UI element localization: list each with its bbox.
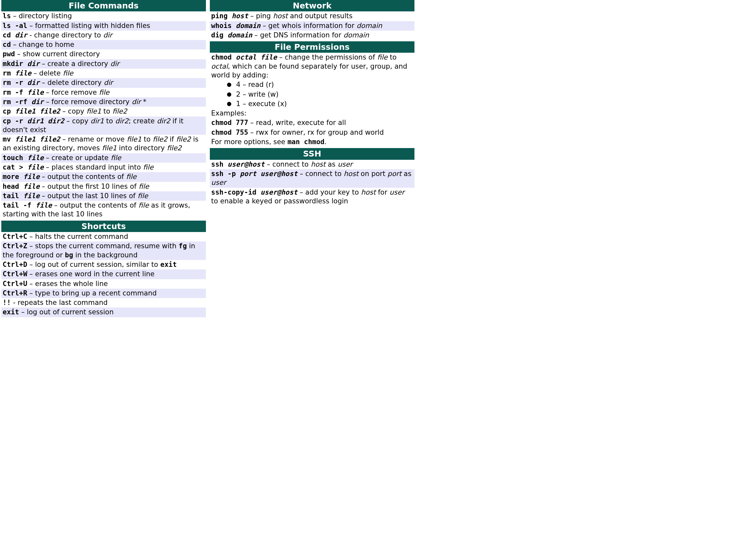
command-row: Ctrl+W – erases one word in the current … xyxy=(1,269,206,279)
section-body: Ctrl+C – halts the current commandCtrl+Z… xyxy=(1,232,206,317)
description-text: , which can be found separately for user… xyxy=(211,63,407,79)
description-text: dir xyxy=(103,31,112,39)
command-text: dig xyxy=(211,31,228,39)
description-text: as xyxy=(326,160,338,168)
command-text: rm -rf xyxy=(3,98,32,106)
left-column: File Commands ls – directory listingls -… xyxy=(1,0,206,319)
description-text: file1 xyxy=(86,107,101,115)
description-text: - change directory to xyxy=(27,31,103,39)
command-row: cd – change to home xyxy=(1,40,206,49)
description-text: user xyxy=(389,188,404,196)
description-text: if xyxy=(168,135,176,143)
command-row: cd dir - change directory to dir xyxy=(1,31,206,40)
command-row: rm -rf dir – force remove directory dir … xyxy=(1,97,206,107)
section-ssh: SSH ssh user@host – connect to host as u… xyxy=(210,148,414,206)
description-text: – log out of current session, similar to xyxy=(27,261,160,268)
permissions-intro: chmod octal file – change the permission… xyxy=(210,53,414,80)
description-text: to xyxy=(387,53,397,61)
command-text: tail -f xyxy=(3,201,35,209)
description-text: octal xyxy=(211,63,228,70)
command-row: chmod 755 – rwx for owner, rx for group … xyxy=(210,128,414,137)
description-text: * xyxy=(141,98,146,106)
section-body: ls – directory listingls -al – formatted… xyxy=(1,11,206,219)
right-column: Network ping host – ping host and output… xyxy=(210,0,414,319)
description-text: – places standard input into xyxy=(44,163,143,171)
description-text: 1 – execute (x) xyxy=(236,100,287,108)
argument-text: file xyxy=(27,154,44,162)
command-row: tail file – output the last 10 lines of … xyxy=(1,191,206,201)
description-text: file2 xyxy=(167,144,182,152)
examples-label: Examples: xyxy=(210,109,414,118)
command-row: chmod 777 – read, write, execute for all xyxy=(210,118,414,127)
command-row: pwd – show current directory xyxy=(1,49,206,59)
bullet-item: 2 – write (w) xyxy=(227,90,414,99)
command-text: pwd xyxy=(3,50,15,58)
command-text: ls -al xyxy=(3,22,27,30)
command-text: ssh-copy-id xyxy=(211,188,261,196)
examples-body: chmod 777 – read, write, execute for all… xyxy=(210,118,414,137)
description-text: file xyxy=(126,173,137,181)
description-text: file xyxy=(99,88,109,96)
command-row: Ctrl+U – erases the whole line xyxy=(1,279,206,289)
argument-text: dir xyxy=(15,31,27,39)
description-text: host xyxy=(361,188,376,196)
command-text: bg xyxy=(65,251,73,259)
description-text: dir2 xyxy=(157,117,170,125)
argument-text: file xyxy=(23,173,40,181)
command-text: cp -r xyxy=(3,117,27,125)
command-row: ssh -p port user@host – connect to host … xyxy=(210,169,414,188)
command-row: ssh-copy-id user@host – add your key to … xyxy=(210,188,414,206)
command-row: rm -f file – force remove file xyxy=(1,88,206,97)
description-text: – connect to xyxy=(264,160,311,168)
description-text: dir2 xyxy=(115,117,128,125)
description-text: file2 xyxy=(176,135,191,143)
description-text: to xyxy=(104,117,115,125)
command-text: tail xyxy=(3,192,23,200)
section-body: ssh user@host – connect to host as users… xyxy=(210,160,414,206)
argument-text: file xyxy=(27,163,44,171)
command-row: touch file – create or update file xyxy=(1,153,206,163)
command-row: more file – output the contents of file xyxy=(1,172,206,182)
description-text: – stops the current command, resume with xyxy=(27,242,179,250)
command-row: exit – log out of current session xyxy=(1,307,206,317)
permissions-footer: For more options, see man chmod. xyxy=(210,137,414,147)
argument-text: domain xyxy=(228,31,253,39)
description-text: domain xyxy=(357,22,382,30)
description-text: – change the permissions of xyxy=(277,53,377,61)
bullet-item: 4 – read (r) xyxy=(227,80,414,89)
description-text: – create a directory xyxy=(40,60,110,68)
section-header: SSH xyxy=(210,148,414,159)
command-text: cd xyxy=(3,31,15,39)
command-text: whois xyxy=(211,22,236,30)
description-text: to xyxy=(142,135,153,143)
argument-text: file xyxy=(35,201,52,209)
description-text: into directory xyxy=(117,144,167,152)
description-text: . xyxy=(325,138,327,146)
command-text: Ctrl+U xyxy=(3,280,27,288)
argument-text: file1 file2 xyxy=(15,135,60,143)
description-text: – get DNS information for xyxy=(252,31,343,39)
description-text: to xyxy=(101,107,112,115)
argument-text: dir xyxy=(27,60,40,68)
section-shortcuts: Shortcuts Ctrl+C – halts the current com… xyxy=(1,221,206,317)
command-row: rm -r dir – delete directory dir xyxy=(1,78,206,87)
command-row: cp -r dir1 dir2 – copy dir1 to dir2; cre… xyxy=(1,116,206,135)
description-text: – erases one word in the current line xyxy=(27,270,154,278)
section-header: Network xyxy=(210,0,414,11)
description-text: – copy xyxy=(65,117,91,125)
bullet-icon xyxy=(227,81,236,88)
description-text: user xyxy=(338,160,352,168)
command-row: mv file1 file2 – rename or move file1 to… xyxy=(1,135,206,153)
argument-text: user@host xyxy=(228,160,265,168)
description-text: on port xyxy=(359,170,387,178)
description-text: user xyxy=(211,179,226,186)
cheatsheet-page: File Commands ls – directory listingls -… xyxy=(0,0,416,319)
description-text: file xyxy=(377,53,387,61)
description-text: ; create xyxy=(128,117,157,125)
command-text: rm -r xyxy=(3,79,27,86)
description-text: and output results xyxy=(288,12,352,20)
bullet-item: 1 – execute (x) xyxy=(227,99,414,109)
command-row: ping host – ping host and output results xyxy=(210,11,414,21)
command-row: Ctrl+R – type to bring up a recent comma… xyxy=(1,289,206,298)
section-body: ping host – ping host and output results… xyxy=(210,11,414,40)
